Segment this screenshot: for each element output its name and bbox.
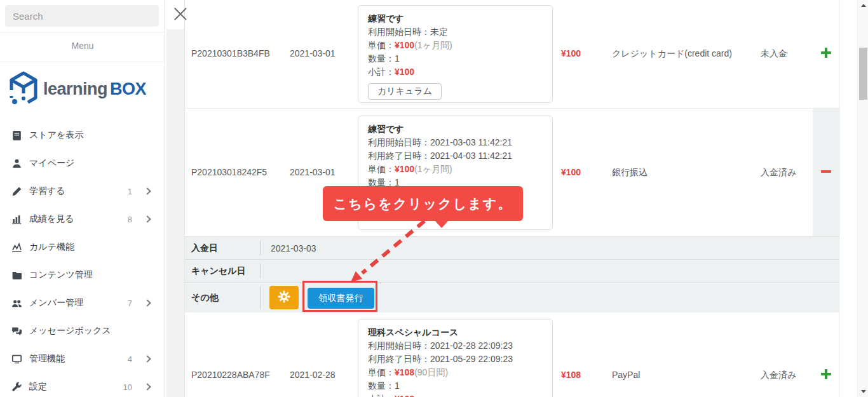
item-count-badge: 10 [123,382,132,392]
order-id: P20210301B3B4FB [191,48,270,58]
sidebar-item-label: メンバー管理 [29,297,83,309]
menu-heading: Menu [0,41,165,51]
sidebar-item-karte[interactable]: カルテ機能 [0,233,165,261]
order-id: P202103018242F5 [191,167,267,177]
logo-text: learningBOX [43,79,146,99]
users-icon [11,298,22,309]
learningbox-cube-icon [9,71,38,107]
chevron-right-icon [144,299,151,306]
sidebar-item-store[interactable]: ストアを表示 [0,121,165,149]
product-subtotal: 小計：¥100 [368,65,543,79]
wrench-icon [11,382,22,393]
divider [260,241,261,255]
learningbox-logo[interactable]: learningBOX [9,69,146,109]
order-total: ¥100 [561,48,581,58]
product-box: 練習です 利用開始日時：未定 単価：¥100(1ヶ月間) 数量：1 小計：¥10… [358,5,553,103]
user-icon [11,158,22,169]
item-count-badge: 7 [128,299,132,308]
product-quantity: 数量：1 [368,379,543,393]
divider [0,32,165,32]
close-icon[interactable] [172,5,189,23]
settings-gear-button[interactable] [269,286,299,309]
scroll-up-arrow-icon[interactable] [858,0,868,11]
divider [260,286,261,309]
store-book-icon [11,130,22,141]
sidebar-item-contents[interactable]: コンテンツ管理 [0,261,165,289]
folder-icon [11,270,22,281]
chevron-right-icon [144,215,151,222]
curriculum-button[interactable]: カリキュラム [368,83,442,100]
sidebar-item-mypage[interactable]: マイページ [0,149,165,177]
product-quantity: 数量：1 [368,52,543,65]
detail-row-cancel-date: キャンセル日 [185,260,839,283]
product-end-date: 利用終了日時：2021-04-03 11:42:21 [368,149,543,163]
order-total: ¥108 [561,370,581,380]
product-unit-price: 単価：¥100(1ヶ月間) [368,163,543,176]
order-detail-section: 入金日 2021-03-03 キャンセル日 その他 [185,236,839,313]
product-box: 理科スペシャルコース 利用開始日時：2021-02-28 22:09:23 利用… [358,319,553,397]
order-date: 2021-02-28 [290,370,336,380]
sidebar-nav: ストアを表示 マイページ 学習する 1 成績を見る [0,121,165,397]
sidebar-item-label: コンテンツ管理 [29,269,93,281]
line-chart-icon [11,242,22,253]
monitor-icon [11,354,22,365]
item-count-badge: 1 [128,187,132,196]
sidebar: Menu learningBOX [0,0,165,397]
sidebar-item-label: ストアを表示 [29,130,83,141]
order-date: 2021-03-01 [290,48,336,58]
scrollbar-thumb[interactable] [859,48,867,100]
sidebar-item-learn[interactable]: 学習する 1 [0,177,165,205]
divider [260,264,261,278]
product-subtotal: 小計：¥108 [368,393,543,397]
detail-label: 入金日 [191,243,218,254]
product-title: 理科スペシャルコース [368,326,543,339]
sidebar-item-members[interactable]: メンバー管理 7 [0,289,165,317]
product-unit-price: 単価：¥100(1ヶ月間) [368,39,543,52]
product-start-date: 利用開始日時：2021-03-03 11:42:21 [368,136,543,149]
sidebar-item-label: 学習する [29,185,65,197]
detail-row-paid-date: 入金日 2021-03-03 [185,237,839,260]
detail-value: 2021-03-03 [271,243,316,253]
detail-label: キャンセル日 [191,266,246,277]
sidebar-item-settings[interactable]: 設定 10 [0,373,165,397]
scroll-down-arrow-icon[interactable] [858,386,868,397]
search-input[interactable] [5,5,159,27]
product-title: 練習です [368,12,543,25]
payment-method: 銀行振込 [612,167,648,178]
payment-method: PayPal [612,370,640,380]
product-title: 練習です [368,123,543,136]
item-count-badge: 4 [128,354,132,364]
tutorial-callout: こちらをクリックします。 [323,186,523,221]
collapse-minus-icon[interactable] [820,166,832,177]
expand-plus-icon[interactable] [820,368,832,380]
sidebar-item-label: 管理機能 [29,353,65,365]
payment-status: 入金済み [761,370,796,381]
product-start-date: 利用開始日時：未定 [368,25,543,39]
order-total: ¥100 [561,167,581,177]
divider [0,62,165,62]
callout-text: こちらをクリックします。 [334,195,512,213]
product-end-date: 利用終了日時：2021-05-29 22:09:23 [368,353,543,366]
order-row: P20210301B3B4FB 2021-03-01 練習です 利用開始日時：未… [185,0,839,109]
order-row: P20210228ABA78F 2021-02-28 理科スペシャルコース 利用… [185,313,839,397]
chat-bubbles-icon [11,326,22,337]
product-unit-price: 単価：¥108(90日間) [368,366,543,379]
gear-icon [278,290,290,305]
item-count-badge: 8 [128,215,132,224]
vertical-scrollbar [857,0,868,397]
sidebar-item-messages[interactable]: メッセージボックス [0,317,165,345]
sidebar-item-label: マイページ [29,158,74,169]
app-window: Menu learningBOX [0,0,868,397]
sidebar-item-label: 設定 [29,381,47,393]
expand-plus-icon[interactable] [820,47,832,58]
sidebar-item-admin[interactable]: 管理機能 4 [0,345,165,373]
order-id: P20210228ABA78F [191,370,270,380]
payment-status: 未入金 [761,48,787,60]
issue-receipt-button[interactable]: 領収書発行 [308,288,374,309]
sidebar-item-results[interactable]: 成績を見る 8 [0,205,165,233]
sidebar-item-label: 成績を見る [29,213,74,225]
product-start-date: 利用開始日時：2021-02-28 22:09:23 [368,339,543,353]
chevron-right-icon [144,383,151,390]
sidebar-item-label: カルテ機能 [29,241,74,253]
payment-status: 入金済み [761,167,796,178]
